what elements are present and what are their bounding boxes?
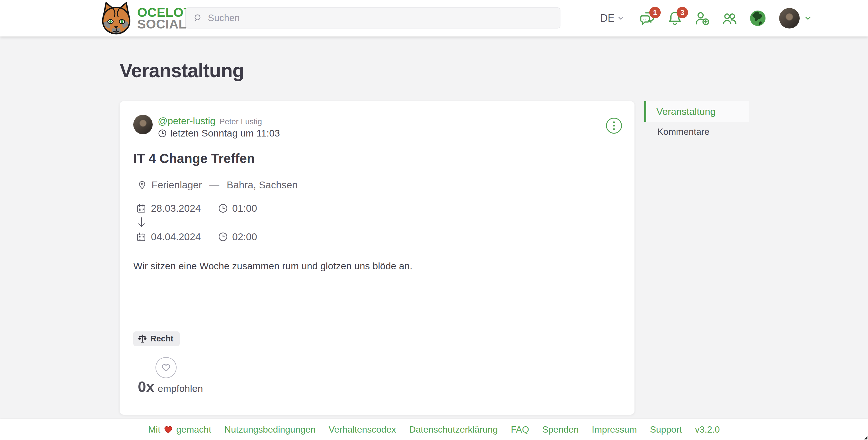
heart-icon: [163, 424, 174, 434]
post-header-info: @peter-lustig Peter Lustig letzten Sonnt…: [158, 115, 280, 139]
ocelot-cat-icon: [98, 1, 134, 35]
messages-button[interactable]: 1: [640, 10, 656, 26]
event-end-row: 04.04.2024 02:00: [136, 231, 621, 242]
footer: Mit gemacht Nutzungsbedingungen Verhalte…: [0, 419, 868, 440]
made-with-post: gemacht: [176, 424, 211, 435]
page-section-nav: Veranstaltung Kommentare: [644, 101, 749, 142]
brand-wordmark: OCELOT SOCIAL: [137, 6, 192, 30]
footer-link-nutzungsbedingungen[interactable]: Nutzungsbedingungen: [224, 424, 315, 435]
location-region: Bahra, Sachsen: [227, 179, 298, 190]
nav-item-kommentare[interactable]: Kommentare: [644, 122, 749, 142]
notifications-button[interactable]: 3: [667, 10, 683, 26]
top-nav: DE 1 3: [600, 0, 812, 36]
brand-line-2: SOCIAL: [137, 18, 192, 30]
search-bar[interactable]: [185, 7, 560, 29]
made-with-pre: Mit: [148, 424, 160, 435]
heart-outline-icon: [161, 362, 171, 373]
author-handle-link[interactable]: @peter-lustig: [158, 115, 216, 126]
ellipsis-dot: [613, 128, 615, 130]
messages-badge: 1: [649, 7, 661, 18]
location-venue: Ferienlager: [152, 179, 202, 190]
language-label: DE: [600, 12, 615, 24]
nav-item-label: Veranstaltung: [656, 106, 716, 117]
map-button[interactable]: [749, 9, 767, 27]
location-separator: —: [209, 179, 219, 190]
footer-link-impressum[interactable]: Impressum: [592, 424, 637, 435]
user-plus-icon: [694, 10, 710, 26]
author-name: Peter Lustig: [220, 117, 262, 126]
event-location: Ferienlager — Bahra, Sachsen: [137, 179, 621, 190]
author-avatar[interactable]: [133, 115, 153, 134]
end-time: 02:00: [232, 231, 257, 242]
event-title: IT 4 Change Treffen: [133, 151, 621, 166]
footer-link-faq[interactable]: FAQ: [511, 424, 529, 435]
event-card: @peter-lustig Peter Lustig letzten Sonnt…: [120, 101, 634, 415]
user-avatar[interactable]: [779, 8, 800, 29]
map-pin-icon: [137, 180, 147, 190]
nav-item-veranstaltung[interactable]: Veranstaltung: [644, 101, 749, 122]
event-description: Wir sitzen eine Woche zusammen rum und g…: [133, 259, 621, 273]
footer-link-datenschutzerklaerung[interactable]: Datenschutzerklärung: [409, 424, 498, 435]
event-dates: 28.03.2024 01:00 04.04.2024: [136, 203, 621, 242]
byline: @peter-lustig Peter Lustig: [158, 115, 280, 126]
post-header: @peter-lustig Peter Lustig letzten Sonnt…: [133, 115, 621, 139]
start-date: 28.03.2024: [151, 203, 201, 214]
start-time-group: 01:00: [218, 203, 257, 214]
clock-icon: [218, 232, 228, 242]
footer-link-spenden[interactable]: Spenden: [542, 424, 579, 435]
nav-item-label: Kommentare: [657, 126, 709, 137]
users-icon: [722, 10, 738, 26]
ellipsis-dot: [613, 125, 615, 126]
event-start-row: 28.03.2024 01:00: [136, 203, 621, 214]
search-input[interactable]: [208, 12, 553, 23]
globe-icon: [749, 9, 767, 27]
groups-button[interactable]: [722, 10, 738, 26]
recommend-label: empfohlen: [158, 383, 203, 394]
calendar-icon: [136, 232, 146, 242]
recommend-counter: 0x empfohlen: [138, 378, 203, 395]
calendar-icon: [136, 203, 146, 213]
category-tag-recht[interactable]: Recht: [133, 331, 180, 346]
clock-icon: [158, 129, 167, 138]
made-with-love-link[interactable]: Mit gemacht: [148, 424, 211, 435]
page-title: Veranstaltung: [120, 59, 244, 82]
top-bar: OCELOT SOCIAL DE 1: [0, 0, 868, 36]
posted-at: letzten Sonntag um 11:03: [170, 128, 280, 139]
cursor-artifact: [863, 435, 867, 439]
scales-icon: [138, 334, 147, 343]
start-time: 01:00: [232, 203, 257, 214]
footer-link-verhaltenscodex[interactable]: Verhaltenscodex: [329, 424, 396, 435]
post-menu-button[interactable]: [606, 118, 622, 134]
avatar-menu-chevron-icon[interactable]: [804, 14, 812, 23]
version-label: v3.2.0: [695, 424, 720, 435]
end-time-group: 02:00: [218, 231, 257, 242]
brand-logo[interactable]: OCELOT SOCIAL: [98, 1, 192, 35]
brand-line-1: OCELOT: [137, 6, 192, 18]
chevron-down-icon: [617, 14, 625, 22]
recommend-button[interactable]: [155, 357, 177, 378]
recommend-count: 0x: [138, 378, 154, 395]
invite-user-button[interactable]: [694, 10, 710, 26]
arrow-down-icon: [137, 217, 146, 228]
language-selector[interactable]: DE: [600, 12, 625, 24]
category-tag-label: Recht: [150, 334, 174, 343]
notifications-badge: 3: [677, 7, 688, 18]
ellipsis-dot: [613, 121, 615, 123]
clock-icon: [218, 203, 228, 213]
end-date: 04.04.2024: [151, 231, 201, 242]
post-meta: letzten Sonntag um 11:03: [158, 128, 280, 139]
search-icon: [193, 13, 203, 23]
footer-link-support[interactable]: Support: [650, 424, 682, 435]
